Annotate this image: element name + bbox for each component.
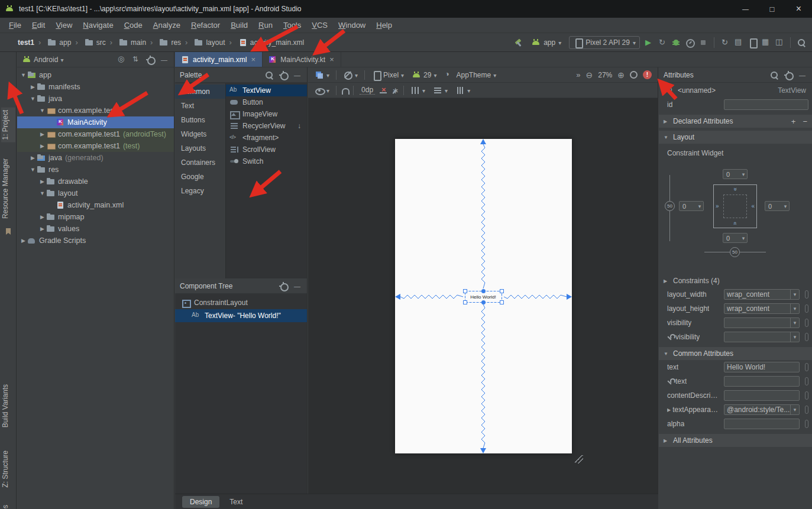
combo-arrow-icon[interactable] [740,234,747,242]
breadcrumb-item[interactable]: test1 [6,38,34,47]
palette-category[interactable]: Widgets [175,127,225,141]
collapse-arrow-icon[interactable] [664,119,669,124]
menu-item[interactable]: Tools [278,21,306,30]
minimize-panel-icon[interactable] [798,70,807,80]
selected-textview-widget[interactable]: Hello World! [464,289,504,304]
menu-item[interactable]: Refactor [186,21,225,30]
tree-item[interactable]: MainActivity [17,116,174,128]
menu-item[interactable]: Edit [27,21,50,30]
attribute-value-combo[interactable] [724,332,800,342]
gradle-sync-icon[interactable] [720,38,730,47]
resize-handle-icon[interactable] [500,301,504,304]
gear-icon[interactable] [784,70,793,80]
menu-item[interactable]: Window [333,21,371,30]
canvas-resize-handle[interactable] [575,455,583,463]
menu-item[interactable]: Analyze [148,21,186,30]
constraint-indicator-icon[interactable]: » [732,187,738,191]
tree-item[interactable]: activity_main.xml [17,199,174,211]
run-config-select[interactable]: app [528,37,565,48]
tree-item[interactable]: app [17,69,174,81]
menu-item[interactable]: Code [119,21,148,30]
profile-icon[interactable] [685,38,694,47]
attribute-value-input[interactable] [724,362,800,372]
expand-arrow-icon[interactable] [38,190,46,196]
tool-window-favorites[interactable]: 2: Favorites [1,502,15,509]
margin-left-select[interactable]: 0 [679,201,704,211]
constraint-anchor-icon[interactable] [481,289,486,293]
view-options-select[interactable] [312,85,332,96]
constraint-indicator-icon[interactable]: » [732,222,738,225]
menu-item[interactable]: File [4,21,27,30]
component-tree-item[interactable]: TextView- "Hello World!" [175,309,307,322]
design-surface[interactable]: Hello World! [308,98,658,494]
attribute-value-input[interactable] [724,419,800,429]
combo-arrow-icon[interactable] [790,405,799,414]
section-common-attributes[interactable]: Common Attributes [659,347,812,360]
theme-select[interactable]: AppTheme [442,69,500,81]
clear-constraints-icon[interactable] [379,86,389,95]
section-layout[interactable]: Layout [659,131,812,144]
collapse-arrow-icon[interactable] [664,278,669,284]
section-declared-attributes[interactable]: Declared Attributes [659,115,812,128]
combo-arrow-icon[interactable] [790,332,799,342]
close-tab-icon[interactable] [250,55,257,64]
collapse-all-icon[interactable] [131,55,141,64]
combo-arrow-icon[interactable] [790,304,799,313]
gear-icon[interactable] [145,55,155,64]
tree-item[interactable]: com.example.test1 [17,105,174,116]
tree-item[interactable]: java [17,93,174,105]
expand-arrow-icon[interactable] [38,108,46,114]
tool-window-project[interactable]: 1: Project [1,108,15,142]
run-icon[interactable] [644,38,654,47]
default-margin-select[interactable]: 0dp [360,86,375,95]
device-type-select[interactable]: Pixel [368,69,407,81]
tree-item[interactable]: manifests [17,81,174,93]
expand-arrow-icon[interactable] [29,155,37,161]
breadcrumb-item[interactable]: res [146,38,181,47]
resize-handle-icon[interactable] [464,290,467,293]
expand-arrow-icon[interactable] [667,407,671,413]
apply-changes-icon[interactable] [658,38,667,47]
palette-item[interactable]: ImageView [226,108,307,120]
guidelines-select[interactable] [407,85,428,96]
combo-arrow-icon[interactable] [790,290,799,299]
menu-item[interactable]: VCS [306,21,333,30]
editor-tab[interactable]: activity_main.xml [175,52,263,67]
section-constraints[interactable]: Constraints (4) [659,274,812,287]
expand-arrow-icon[interactable] [38,131,46,137]
attribute-value-input[interactable] [724,376,800,387]
tree-item[interactable]: java (generated) [17,152,174,164]
locate-file-icon[interactable] [117,55,127,64]
tool-window-structure[interactable]: Z: Structure [1,448,15,490]
gear-icon[interactable] [279,281,288,291]
attribute-value-combo[interactable]: wrap_content [724,289,800,300]
device-canvas[interactable]: Hello World! [395,139,572,453]
tree-item[interactable]: values [17,223,174,235]
resize-handle-icon[interactable] [464,301,467,304]
combo-arrow-icon[interactable] [790,318,799,328]
sdk-manager-icon[interactable] [761,38,771,47]
align-select[interactable] [430,85,451,96]
breadcrumb-item[interactable]: app [34,38,71,47]
zoom-to-fit-icon[interactable] [630,71,638,79]
hide-panel-icon[interactable] [160,55,169,64]
palette-item[interactable]: <fragment> [226,132,307,144]
gear-icon[interactable] [279,70,288,80]
expand-arrow-icon[interactable] [20,238,27,244]
palette-category[interactable]: Buttons [175,113,225,127]
infer-constraints-icon[interactable] [390,86,400,95]
palette-category[interactable]: Legacy [175,184,225,198]
tools-flag-toggle[interactable] [805,377,808,385]
tools-flag-toggle[interactable] [805,333,808,341]
remove-attribute-icon[interactable] [803,117,807,126]
minimize-button[interactable] [732,0,759,18]
tool-window-build-variants[interactable]: Build Variants [1,382,15,430]
expand-arrow-icon[interactable] [38,179,46,184]
collapse-arrow-icon[interactable] [664,438,669,443]
menu-item[interactable]: Help [371,21,397,30]
constraint-anchor-icon[interactable] [481,300,486,304]
tree-item[interactable]: Gradle Scripts [17,235,174,247]
device-file-explorer-icon[interactable] [775,38,784,47]
download-icon[interactable] [295,122,303,130]
menu-item[interactable]: Build [225,21,253,30]
